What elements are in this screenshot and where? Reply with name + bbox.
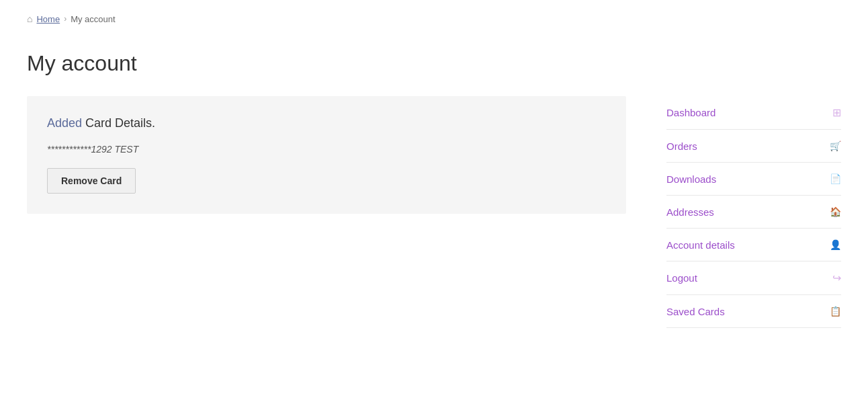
sidebar-label-downloads: Downloads — [666, 173, 716, 185]
card-title-rest: Card Details. — [82, 116, 155, 130]
sidebar-item-logout[interactable]: Logout — [666, 261, 841, 295]
breadcrumb-current: My account — [71, 14, 115, 24]
account-icon — [830, 239, 841, 251]
card-details-box: Added Card Details. ************1292 TES… — [27, 96, 626, 214]
sidebar-item-dashboard[interactable]: Dashboard — [666, 96, 841, 130]
dashboard-icon — [832, 106, 841, 119]
sidebar-item-orders[interactable]: Orders — [666, 130, 841, 163]
remove-card-button[interactable]: Remove Card — [47, 168, 136, 194]
sidebar-item-downloads[interactable]: Downloads — [666, 163, 841, 196]
breadcrumb: ⌂ Home › My account — [27, 13, 841, 24]
content-area: Added Card Details. ************1292 TES… — [27, 96, 626, 214]
savedcards-icon — [830, 305, 841, 317]
logout-icon — [832, 272, 841, 284]
sidebar-item-addresses[interactable]: Addresses — [666, 196, 841, 229]
home-icon: ⌂ — [27, 13, 32, 24]
page-title: My account — [27, 51, 841, 76]
sidebar-label-dashboard: Dashboard — [666, 107, 715, 118]
orders-icon — [830, 140, 841, 152]
card-details-title: Added Card Details. — [47, 116, 606, 130]
downloads-icon — [830, 173, 841, 185]
sidebar-label-addresses: Addresses — [666, 206, 714, 218]
breadcrumb-separator: › — [64, 14, 67, 24]
sidebar-item-saved-cards[interactable]: Saved Cards — [666, 295, 841, 328]
sidebar-label-logout: Logout — [666, 272, 697, 284]
card-number: ************1292 TEST — [47, 144, 606, 155]
main-content: Added Card Details. ************1292 TES… — [27, 96, 841, 328]
sidebar-label-account-details: Account details — [666, 239, 735, 251]
breadcrumb-home-link[interactable]: Home — [36, 14, 60, 24]
addresses-icon — [830, 206, 841, 218]
sidebar-label-orders: Orders — [666, 140, 697, 152]
page-wrapper: ⌂ Home › My account My account Added Car… — [0, 0, 868, 341]
sidebar: DashboardOrdersDownloadsAddressesAccount… — [666, 96, 841, 328]
sidebar-label-saved-cards: Saved Cards — [666, 306, 725, 317]
sidebar-item-account-details[interactable]: Account details — [666, 229, 841, 261]
card-title-added: Added — [47, 116, 82, 130]
